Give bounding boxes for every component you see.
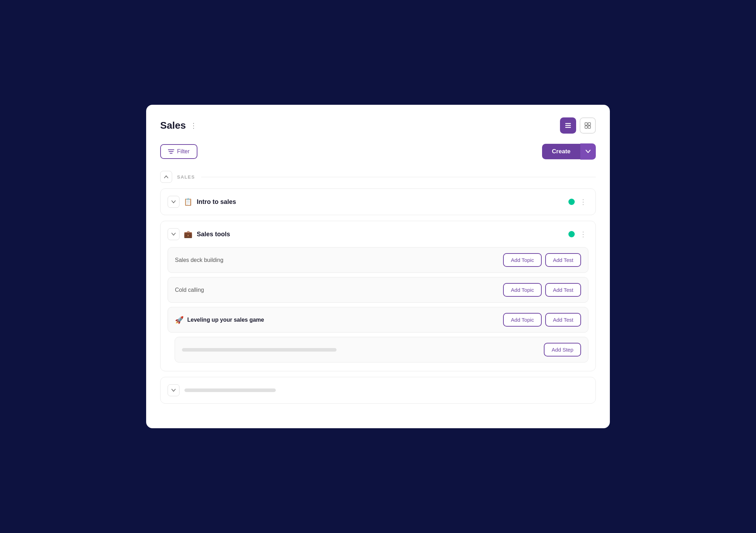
filter-icon xyxy=(168,148,174,155)
status-dot-sales-tools xyxy=(568,231,575,237)
course-title-intro: Intro to sales xyxy=(197,198,236,206)
course-more-button-intro[interactable]: ⋮ xyxy=(578,196,588,207)
sub-item-title-deck: Sales deck building xyxy=(175,257,223,263)
course-collapse-button-intro[interactable] xyxy=(168,196,180,208)
collapsed-course-chevron[interactable] xyxy=(168,384,180,396)
add-test-button-deck[interactable]: Add Test xyxy=(545,253,581,267)
course-card-right-sales-tools: ⋮ xyxy=(568,229,588,240)
grid-view-icon xyxy=(584,122,591,129)
add-topic-button-deck[interactable]: Add Topic xyxy=(503,253,542,267)
create-group: Create xyxy=(542,143,596,160)
svg-rect-2 xyxy=(565,127,571,128)
course-collapse-button-sales-tools[interactable] xyxy=(168,228,180,240)
filter-label: Filter xyxy=(177,148,190,155)
step-item: Add Step xyxy=(175,337,588,362)
section-collapse-button[interactable] xyxy=(160,171,172,183)
section-label: SALES xyxy=(177,174,195,180)
sub-item-left-deck: Sales deck building xyxy=(175,257,223,263)
create-dropdown-button[interactable] xyxy=(580,143,596,160)
add-test-button-cold[interactable]: Add Test xyxy=(545,283,581,297)
course-card-sales-tools: 💼 Sales tools ⋮ Sales deck building Add … xyxy=(160,221,596,371)
sub-item-title-level: Leveling up your sales game xyxy=(187,317,264,323)
add-topic-button-level[interactable]: Add Topic xyxy=(503,313,542,327)
list-item: Sales deck building Add Topic Add Test xyxy=(168,247,588,273)
header-more-icon[interactable]: ⋮ xyxy=(190,121,197,130)
sub-item-title-cold: Cold calling xyxy=(175,287,204,293)
sub-item-actions-deck: Add Topic Add Test xyxy=(503,253,581,267)
section-header: SALES xyxy=(160,171,596,183)
course-card-header-sales-tools: 💼 Sales tools ⋮ xyxy=(168,221,588,247)
header-left: Sales ⋮ xyxy=(160,120,197,131)
chevron-down-icon xyxy=(171,200,176,203)
sub-item-actions-cold: Add Topic Add Test xyxy=(503,283,581,297)
svg-rect-4 xyxy=(588,123,591,125)
course-more-button-sales-tools[interactable]: ⋮ xyxy=(578,229,588,240)
section-divider xyxy=(201,177,596,177)
course-card-header: 📋 Intro to sales ⋮ xyxy=(168,189,588,215)
sub-item-left-level: 🚀 Leveling up your sales game xyxy=(175,316,264,324)
list-item: 🚀 Leveling up your sales game Add Topic … xyxy=(168,307,588,333)
svg-rect-0 xyxy=(565,123,571,124)
chevron-down-icon xyxy=(171,233,176,236)
header: Sales ⋮ xyxy=(160,117,596,134)
course-icon-intro: 📋 xyxy=(184,198,193,206)
page-title: Sales xyxy=(160,120,186,131)
course-icon-sales-tools: 💼 xyxy=(184,230,193,238)
course-title-sales-tools: Sales tools xyxy=(197,231,230,238)
step-progress-bar xyxy=(182,348,337,352)
sub-item-actions-level: Add Topic Add Test xyxy=(503,313,581,327)
header-right xyxy=(560,117,596,134)
course-card-intro-to-sales: 📋 Intro to sales ⋮ xyxy=(160,188,596,215)
create-button[interactable]: Create xyxy=(542,144,580,159)
svg-rect-6 xyxy=(588,126,591,128)
collapsed-progress-bar xyxy=(184,388,276,392)
add-step-button[interactable]: Add Step xyxy=(544,343,581,357)
filter-button[interactable]: Filter xyxy=(160,144,197,159)
list-view-button[interactable] xyxy=(560,117,576,134)
list-item: Cold calling Add Topic Add Test xyxy=(168,277,588,303)
add-topic-button-cold[interactable]: Add Topic xyxy=(503,283,542,297)
status-dot-intro xyxy=(568,199,575,205)
svg-rect-5 xyxy=(585,126,587,128)
chevron-down-icon xyxy=(171,389,176,392)
list-view-icon xyxy=(565,122,572,129)
chevron-up-icon xyxy=(164,175,168,178)
toolbar: Filter Create xyxy=(160,143,596,160)
sub-item-left-cold: Cold calling xyxy=(175,287,204,293)
add-test-button-level[interactable]: Add Test xyxy=(545,313,581,327)
sub-items-sales-tools: Sales deck building Add Topic Add Test C… xyxy=(168,247,588,371)
sub-item-icon-level: 🚀 xyxy=(175,316,184,324)
svg-rect-3 xyxy=(585,123,587,125)
app-container: Sales ⋮ xyxy=(146,105,610,428)
grid-view-button[interactable] xyxy=(580,117,596,134)
course-card-left-sales-tools: 💼 Sales tools xyxy=(168,228,230,240)
course-card-right-intro: ⋮ xyxy=(568,196,588,207)
course-card-left: 📋 Intro to sales xyxy=(168,196,236,208)
chevron-down-icon xyxy=(586,150,591,153)
collapsed-course-card xyxy=(160,377,596,404)
svg-rect-1 xyxy=(565,125,571,126)
